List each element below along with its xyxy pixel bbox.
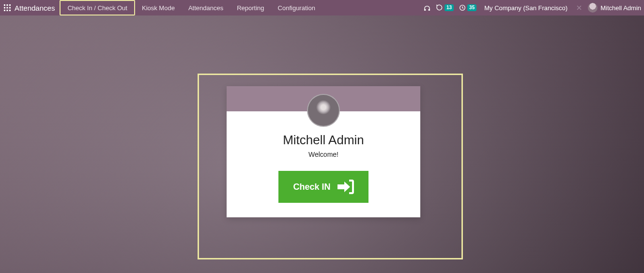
nav-configuration[interactable]: Configuration	[271, 0, 322, 15]
nav-attendances[interactable]: Attendances	[182, 0, 230, 15]
nav-label: Reporting	[237, 4, 264, 12]
nav-label: Attendances	[188, 4, 223, 12]
avatar-icon	[588, 3, 598, 13]
checkin-card: Mitchell Admin Welcome! Check IN	[227, 86, 420, 217]
user-menu[interactable]: Mitchell Admin	[588, 3, 641, 13]
systray: 13 35 My Company (San Francisco) Mitchel…	[423, 3, 644, 13]
check-in-button[interactable]: Check IN	[278, 171, 368, 203]
apps-icon[interactable]	[0, 0, 15, 15]
svg-rect-4	[7, 7, 8, 9]
nav-label: Kiosk Mode	[142, 4, 175, 12]
nav-kiosk-mode[interactable]: Kiosk Mode	[135, 0, 182, 15]
card-header	[227, 86, 420, 111]
welcome-text: Welcome!	[236, 151, 411, 158]
nav-label: Check In / Check Out	[67, 4, 127, 12]
messages-icon[interactable]: 13	[436, 4, 454, 12]
svg-rect-6	[4, 10, 5, 11]
app-title[interactable]: Attendances	[15, 4, 60, 12]
activities-badge: 35	[467, 4, 476, 11]
main-nav: Check In / Check Out Kiosk Mode Attendan…	[60, 0, 322, 15]
svg-rect-2	[9, 4, 11, 6]
user-name: Mitchell Admin	[600, 4, 641, 12]
check-in-label: Check IN	[293, 182, 330, 192]
svg-rect-3	[4, 7, 5, 9]
nav-label: Configuration	[278, 4, 315, 12]
svg-rect-7	[7, 10, 8, 11]
svg-rect-8	[9, 10, 11, 11]
sign-in-icon	[337, 180, 354, 194]
employee-avatar	[307, 94, 340, 127]
company-switcher[interactable]: My Company (San Francisco)	[481, 4, 570, 12]
nav-reporting[interactable]: Reporting	[230, 0, 271, 15]
svg-rect-5	[9, 7, 11, 9]
messages-badge: 13	[445, 4, 454, 11]
svg-rect-0	[4, 4, 5, 6]
svg-rect-1	[7, 4, 8, 6]
employee-name: Mitchell Admin	[236, 133, 411, 148]
activities-icon[interactable]: 35	[459, 4, 476, 12]
topbar: Attendances Check In / Check Out Kiosk M…	[0, 0, 644, 15]
company-name: My Company (San Francisco)	[484, 4, 567, 12]
nav-check-in-out[interactable]: Check In / Check Out	[60, 0, 135, 15]
support-icon[interactable]	[423, 4, 431, 12]
debug-icon[interactable]	[575, 4, 583, 12]
